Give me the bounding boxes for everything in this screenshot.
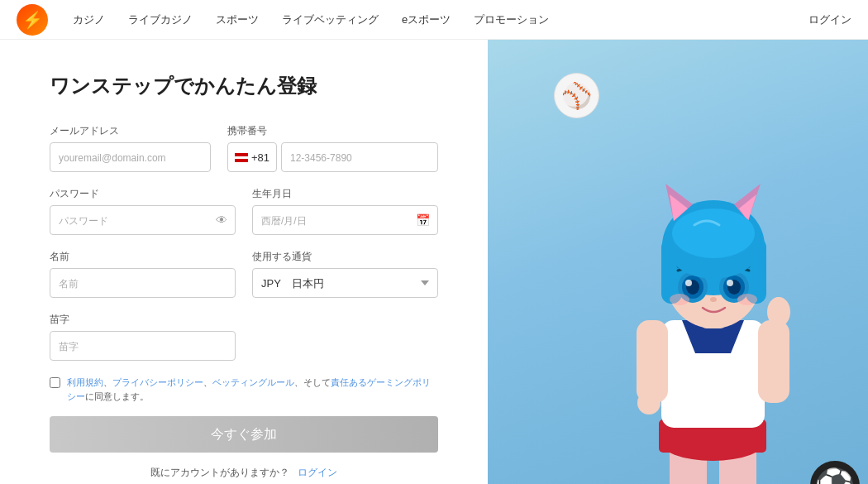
birthdate-group: 生年月日 📅: [252, 187, 438, 235]
row-name-currency: 名前 使用する通貨 JPY 日本円 USD 米ドル EUR ユーロ: [50, 250, 438, 298]
email-input[interactable]: [50, 142, 211, 172]
terms-link[interactable]: 利用規約: [67, 377, 103, 387]
password-group: パスワード 👁: [50, 187, 236, 235]
date-wrapper: 📅: [252, 205, 438, 235]
terms-checkbox[interactable]: [50, 377, 60, 388]
main-layout: ワンステップでかんたん登録 メールアドレス 携帯番号 +81: [0, 40, 868, 484]
submit-button[interactable]: 今すぐ参加: [50, 416, 438, 453]
nav-esports[interactable]: eスポーツ: [402, 12, 451, 27]
name-label: 名前: [50, 250, 236, 264]
empty-group: [252, 313, 438, 361]
header: カジノ ライブカジノ スポーツ ライブベッティング eスポーツ プロモーション …: [0, 0, 868, 40]
phone-label: 携帯番号: [227, 124, 438, 138]
image-panel: ⚾ ⚽: [488, 40, 868, 484]
password-toggle-icon[interactable]: 👁: [216, 213, 227, 227]
svg-point-41: [737, 294, 757, 305]
phone-group: 携帯番号 +81: [227, 124, 438, 172]
birthdate-input[interactable]: [252, 205, 438, 235]
privacy-link[interactable]: プライバシーポリシー: [112, 377, 203, 387]
svg-rect-12: [682, 353, 744, 403]
login-button[interactable]: ログイン: [808, 12, 851, 27]
phone-country-code: +81: [251, 151, 269, 164]
row-surname: 苗字: [50, 313, 438, 361]
currency-label: 使用する通貨: [252, 250, 438, 264]
terms-text: 利用規約、プライバシーポリシー、ベッティングルール、そして責任あるゲーミングポリ…: [67, 376, 438, 403]
password-label: パスワード: [50, 187, 236, 201]
phone-number-input[interactable]: [281, 142, 438, 172]
betting-link[interactable]: ベッティングルール: [212, 377, 294, 387]
phone-prefix[interactable]: +81: [227, 142, 277, 172]
svg-rect-13: [637, 320, 668, 403]
email-label: メールアドレス: [50, 124, 211, 138]
surname-label: 苗字: [50, 313, 236, 327]
surname-group: 苗字: [50, 313, 236, 361]
currency-select[interactable]: JPY 日本円 USD 米ドル EUR ユーロ: [252, 268, 438, 298]
calendar-icon[interactable]: 📅: [416, 213, 430, 227]
terms-row: 利用規約、プライバシーポリシー、ベッティングルール、そして責任あるゲーミングポリ…: [50, 376, 438, 403]
email-group: メールアドレス: [50, 124, 211, 172]
svg-point-38: [727, 280, 733, 286]
currency-group: 使用する通貨 JPY 日本円 USD 米ドル EUR ユーロ: [252, 250, 438, 298]
nav-promotions[interactable]: プロモーション: [474, 12, 549, 27]
logo[interactable]: [17, 4, 48, 36]
row-email-phone: メールアドレス 携帯番号 +81: [50, 124, 438, 172]
name-input[interactable]: [50, 268, 236, 298]
nav-sports[interactable]: スポーツ: [216, 12, 259, 27]
character-illustration: [554, 122, 868, 484]
svg-point-39: [710, 297, 717, 302]
svg-point-37: [685, 280, 692, 286]
svg-point-43: [672, 208, 755, 258]
nav: カジノ ライブカジノ スポーツ ライブベッティング eスポーツ プロモーション: [73, 12, 808, 27]
surname-input[interactable]: [50, 331, 236, 361]
svg-rect-14: [758, 320, 789, 403]
svg-point-17: [637, 391, 661, 415]
nav-live-betting[interactable]: ライブベッティング: [282, 12, 379, 27]
nav-casino[interactable]: カジノ: [73, 12, 105, 27]
password-wrapper: 👁: [50, 205, 236, 235]
baseball-decoration: ⚾: [554, 73, 599, 118]
name-group: 名前: [50, 250, 236, 298]
already-account-text: 既にアカウントがありますか？ ログイン: [50, 466, 438, 480]
flag-icon: [235, 153, 248, 162]
svg-rect-16: [775, 297, 782, 315]
form-title: ワンステップでかんたん登録: [50, 73, 438, 99]
svg-point-40: [670, 294, 689, 305]
form-panel: ワンステップでかんたん登録 メールアドレス 携帯番号 +81: [0, 40, 488, 484]
birthdate-label: 生年月日: [252, 187, 438, 201]
row-password-birthdate: パスワード 👁 生年月日 📅: [50, 187, 438, 235]
password-input[interactable]: [50, 205, 236, 235]
login-link[interactable]: ログイン: [298, 467, 337, 478]
logo-icon: [17, 4, 48, 36]
phone-input-group: +81: [227, 142, 438, 172]
nav-live-casino[interactable]: ライブカジノ: [128, 12, 193, 27]
